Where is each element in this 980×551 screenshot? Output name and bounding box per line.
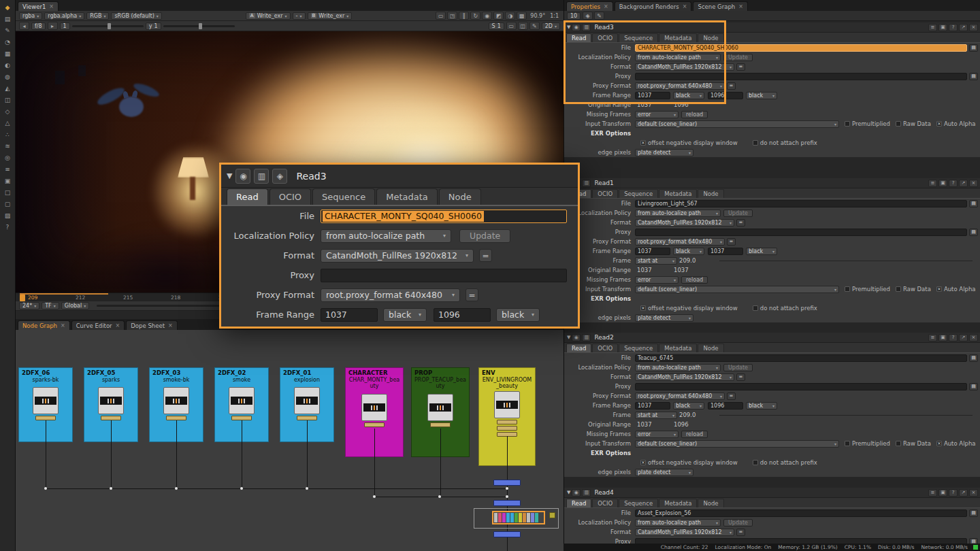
gain-decrement-icon[interactable]: ◂: [19, 22, 29, 30]
fps-dropdown[interactable]: 24* ▾: [19, 302, 39, 310]
gamma-slider[interactable]: [163, 25, 235, 27]
file-browser-icon[interactable]: ▤: [969, 229, 978, 236]
downscale-field[interactable]: S 1: [489, 22, 504, 30]
manage-node-icon[interactable]: ◈: [272, 169, 287, 184]
particles-icon[interactable]: ∴: [1, 129, 14, 140]
proxy-field[interactable]: [321, 269, 567, 282]
timeline-frames-dropdown[interactable]: TF ▾: [42, 302, 59, 310]
postage-stamp-icon[interactable]: ▥: [254, 169, 269, 184]
panel-collapse-icon[interactable]: ▼: [227, 171, 232, 180]
archive-icon[interactable]: ▢: [1, 199, 14, 210]
image-icon[interactable]: ▤: [1, 14, 14, 24]
input-transform-dropdown[interactable]: default (scene_linear)▾: [635, 440, 839, 448]
read-node[interactable]: [98, 387, 124, 414]
tab-read[interactable]: Read: [566, 33, 591, 42]
proxy-format-equals-button[interactable]: =: [466, 288, 478, 301]
proxy-format-dropdown[interactable]: root.proxy_format 640x480▾: [635, 238, 725, 246]
panel-collapse-icon[interactable]: ▼: [567, 490, 570, 495]
missing-frames-dropdown[interactable]: error▾: [635, 111, 679, 118]
help-icon[interactable]: ?: [949, 24, 958, 31]
format-dropdown[interactable]: CatandMoth_FullRes 1920x812▾: [635, 373, 734, 381]
merge-icon[interactable]: ◫: [1, 95, 14, 105]
viewer-colorspace-dropdown[interactable]: sRGB (default) ▾: [111, 12, 161, 20]
localization-policy-dropdown[interactable]: from auto-localize path▾: [635, 364, 721, 371]
tab-node[interactable]: Node: [698, 499, 723, 507]
gamma-field[interactable]: y 1: [146, 22, 161, 30]
float-panel-icon[interactable]: ▣: [938, 334, 947, 341]
ab-blend-dropdown[interactable]: - ▾: [293, 12, 306, 20]
input-b-dropdown[interactable]: B Write_exr ▾: [308, 12, 353, 20]
close-panel-icon[interactable]: ×: [969, 334, 978, 341]
transform-icon[interactable]: ◇: [1, 106, 14, 117]
premultiplied-checkbox[interactable]: [845, 441, 850, 446]
format-equals-button[interactable]: =: [736, 373, 745, 381]
render-icon[interactable]: ▨: [1, 210, 14, 221]
tab-ocio[interactable]: OCIO: [592, 33, 618, 42]
layer-dropdown[interactable]: rgba ▾: [19, 12, 42, 20]
float-panel-icon[interactable]: ▣: [938, 180, 947, 187]
offset-negative-checkbox[interactable]: ×: [640, 460, 646, 465]
close-icon[interactable]: ×: [49, 3, 54, 10]
float-panel-icon[interactable]: ▣: [938, 489, 947, 497]
deep-icon[interactable]: ≋: [1, 141, 14, 152]
tab-sequence[interactable]: Sequence: [619, 33, 658, 42]
no-prefix-checkbox[interactable]: [753, 305, 758, 311]
missing-frames-dropdown[interactable]: error▾: [635, 431, 679, 438]
read-node[interactable]: [229, 387, 255, 414]
localization-policy-dropdown[interactable]: from auto-localize path▾: [635, 210, 721, 217]
max-panels-field[interactable]: 10: [567, 12, 581, 20]
proxy-format-dropdown[interactable]: root.proxy_format 640x480▾: [635, 82, 725, 90]
postage-stamp-icon[interactable]: ▥: [582, 489, 591, 497]
pencil-icon[interactable]: ✎: [594, 12, 604, 20]
frame-last-mode-dropdown[interactable]: black▾: [746, 248, 777, 255]
file-browser-icon[interactable]: ▤: [969, 73, 978, 80]
gain-slider-knob[interactable]: [108, 23, 111, 29]
center-node-icon[interactable]: ◉: [235, 169, 250, 184]
gain-slider[interactable]: [72, 25, 144, 27]
proxy-format-dropdown[interactable]: root.proxy_format 640x480 ▾: [321, 288, 460, 302]
read-node[interactable]: [33, 387, 59, 414]
help-icon[interactable]: ?: [1, 222, 14, 233]
frame-last-field[interactable]: 1096: [434, 308, 491, 322]
help-icon[interactable]: ?: [949, 180, 958, 187]
tab-metadata[interactable]: Metadata: [376, 188, 438, 205]
frame-first-field[interactable]: 1037: [635, 402, 670, 410]
tab-background-renders[interactable]: Background Renders ×: [615, 1, 692, 11]
tab-sequence[interactable]: Sequence: [619, 499, 658, 507]
file-field[interactable]: CHARACTER_MONTY_SQ040_SH0060: [635, 44, 967, 52]
frame-mode-dropdown[interactable]: start at▾: [635, 257, 677, 265]
panel-collapse-icon[interactable]: ▼: [567, 335, 570, 340]
tab-dope-sheet[interactable]: Dope Sheet ×: [126, 320, 177, 330]
auto-alpha-checkbox[interactable]: ×: [936, 286, 942, 292]
safe-zones-icon[interactable]: ▭: [506, 22, 517, 30]
raw-data-checkbox[interactable]: [896, 441, 901, 446]
tab-ocio[interactable]: OCIO: [592, 499, 618, 507]
close-panel-icon[interactable]: ×: [969, 489, 978, 497]
help-icon[interactable]: ?: [949, 334, 958, 341]
format-dropdown[interactable]: CatandMoth_FullRes 1920x812▾: [635, 63, 734, 71]
close-panel-icon[interactable]: ×: [969, 180, 978, 187]
frame-first-field[interactable]: 1037: [635, 92, 670, 99]
tab-sequence[interactable]: Sequence: [312, 188, 375, 205]
pause-updates-icon[interactable]: ‖: [459, 12, 469, 20]
lock-panels-icon[interactable]: ◈: [583, 12, 593, 20]
pencil-icon[interactable]: ✎: [529, 22, 540, 30]
offset-negative-checkbox[interactable]: ×: [640, 140, 646, 146]
read-node[interactable]: [163, 387, 189, 414]
selected-node-group[interactable]: [492, 511, 545, 524]
input-transform-dropdown[interactable]: default (scene_linear)▾: [635, 120, 839, 128]
file-field[interactable]: CHARACTER_MONTY_SQ040_SH0060: [321, 210, 567, 223]
other-icon[interactable]: □: [1, 187, 14, 198]
close-icon[interactable]: ×: [168, 322, 173, 329]
tab-read[interactable]: Read: [566, 499, 591, 507]
center-node-icon[interactable]: ◉: [572, 334, 581, 341]
merge-node[interactable]: [493, 500, 521, 506]
postage-stamp-icon[interactable]: ▥: [582, 180, 591, 187]
auto-alpha-checkbox[interactable]: ×: [936, 121, 942, 127]
maximize-icon[interactable]: ↗: [959, 24, 968, 31]
read-node[interactable]: [361, 394, 387, 421]
update-button[interactable]: Update: [723, 54, 753, 61]
edge-pixels-dropdown[interactable]: plate detect▾: [635, 469, 693, 476]
frame-last-mode-dropdown[interactable]: black ▾: [496, 308, 540, 322]
tab-node[interactable]: Node: [698, 189, 723, 198]
